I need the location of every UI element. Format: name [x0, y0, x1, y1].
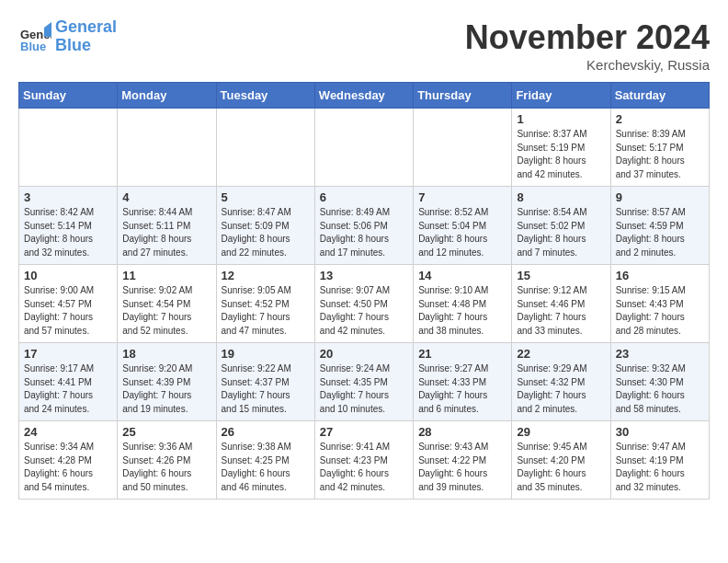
calendar-cell [118, 109, 216, 187]
day-info: Sunrise: 8:52 AM Sunset: 5:04 PM Dayligh… [418, 206, 506, 259]
day-number: 15 [517, 269, 605, 282]
day-info: Sunrise: 9:17 AM Sunset: 4:41 PM Dayligh… [24, 362, 112, 416]
day-number: 24 [24, 425, 112, 439]
day-number: 19 [222, 347, 310, 361]
day-info: Sunrise: 8:47 AM Sunset: 5:09 PM Dayligh… [222, 206, 310, 259]
calendar-cell: 9Sunrise: 8:57 AM Sunset: 4:59 PM Daylig… [610, 187, 709, 265]
day-info: Sunrise: 9:05 AM Sunset: 4:52 PM Dayligh… [222, 284, 310, 338]
day-number: 29 [517, 425, 605, 439]
day-info: Sunrise: 9:34 AM Sunset: 4:28 PM Dayligh… [24, 441, 112, 494]
calendar-cell: 13Sunrise: 9:07 AM Sunset: 4:50 PM Dayli… [314, 265, 413, 343]
day-info: Sunrise: 8:42 AM Sunset: 5:14 PM Dayligh… [24, 206, 112, 259]
calendar-cell: 28Sunrise: 9:43 AM Sunset: 4:22 PM Dayli… [414, 421, 512, 500]
day-info: Sunrise: 9:12 AM Sunset: 4:46 PM Dayligh… [517, 284, 605, 338]
calendar-cell: 29Sunrise: 9:45 AM Sunset: 4:20 PM Dayli… [512, 421, 610, 500]
day-number: 12 [222, 269, 310, 282]
month-title: November 2024 [465, 18, 710, 57]
calendar-cell: 7Sunrise: 8:52 AM Sunset: 5:04 PM Daylig… [414, 187, 512, 265]
calendar-cell [414, 109, 512, 187]
day-info: Sunrise: 9:43 AM Sunset: 4:22 PM Dayligh… [418, 441, 506, 494]
calendar-cell: 20Sunrise: 9:24 AM Sunset: 4:35 PM Dayli… [314, 343, 413, 421]
day-info: Sunrise: 9:45 AM Sunset: 4:20 PM Dayligh… [517, 441, 605, 494]
calendar-week-5: 24Sunrise: 9:34 AM Sunset: 4:28 PM Dayli… [19, 421, 710, 500]
weekday-header-tuesday: Tuesday [216, 83, 314, 109]
calendar-cell: 6Sunrise: 8:49 AM Sunset: 5:06 PM Daylig… [314, 187, 413, 265]
weekday-header-sunday: Sunday [19, 83, 118, 109]
calendar-cell: 15Sunrise: 9:12 AM Sunset: 4:46 PM Dayli… [512, 265, 610, 343]
calendar-cell: 14Sunrise: 9:10 AM Sunset: 4:48 PM Dayli… [414, 265, 512, 343]
calendar-cell [314, 109, 413, 187]
day-number: 5 [222, 190, 310, 204]
calendar-cell: 2Sunrise: 8:39 AM Sunset: 5:17 PM Daylig… [610, 109, 709, 187]
day-info: Sunrise: 9:47 AM Sunset: 4:19 PM Dayligh… [616, 441, 704, 494]
logo: General Blue General Blue [18, 18, 117, 55]
day-info: Sunrise: 9:27 AM Sunset: 4:33 PM Dayligh… [418, 362, 506, 416]
day-number: 26 [222, 425, 310, 439]
calendar-cell: 30Sunrise: 9:47 AM Sunset: 4:19 PM Dayli… [610, 421, 709, 500]
calendar-cell: 4Sunrise: 8:44 AM Sunset: 5:11 PM Daylig… [118, 187, 216, 265]
day-number: 11 [122, 269, 210, 282]
day-info: Sunrise: 9:38 AM Sunset: 4:25 PM Dayligh… [222, 441, 310, 494]
calendar-cell: 18Sunrise: 9:20 AM Sunset: 4:39 PM Dayli… [118, 343, 216, 421]
calendar-cell: 26Sunrise: 9:38 AM Sunset: 4:25 PM Dayli… [216, 421, 314, 500]
day-number: 20 [320, 347, 408, 361]
day-number: 18 [122, 347, 210, 361]
day-number: 3 [24, 190, 112, 204]
day-info: Sunrise: 9:02 AM Sunset: 4:54 PM Dayligh… [122, 284, 210, 338]
svg-text:Blue: Blue [20, 40, 46, 53]
logo-text-line1: General [55, 18, 117, 37]
day-info: Sunrise: 9:36 AM Sunset: 4:26 PM Dayligh… [122, 441, 210, 494]
calendar-cell: 27Sunrise: 9:41 AM Sunset: 4:23 PM Dayli… [314, 421, 413, 500]
calendar-cell [19, 109, 118, 187]
day-info: Sunrise: 9:29 AM Sunset: 4:32 PM Dayligh… [517, 362, 605, 416]
day-number: 6 [320, 190, 408, 204]
day-info: Sunrise: 8:54 AM Sunset: 5:02 PM Dayligh… [517, 206, 605, 259]
calendar-cell: 11Sunrise: 9:02 AM Sunset: 4:54 PM Dayli… [118, 265, 216, 343]
calendar-cell: 25Sunrise: 9:36 AM Sunset: 4:26 PM Dayli… [118, 421, 216, 500]
weekday-header-monday: Monday [118, 83, 216, 109]
weekday-header-thursday: Thursday [414, 83, 512, 109]
logo-text-line2: Blue [55, 37, 117, 55]
calendar-week-1: 1Sunrise: 8:37 AM Sunset: 5:19 PM Daylig… [19, 109, 710, 187]
day-info: Sunrise: 9:00 AM Sunset: 4:57 PM Dayligh… [24, 284, 112, 338]
day-number: 30 [616, 425, 704, 439]
day-number: 16 [616, 269, 704, 282]
day-number: 28 [418, 425, 506, 439]
title-block: November 2024 Kerchevskiy, Russia [465, 18, 710, 73]
day-number: 25 [122, 425, 210, 439]
calendar-cell: 23Sunrise: 9:32 AM Sunset: 4:30 PM Dayli… [610, 343, 709, 421]
day-number: 27 [320, 425, 408, 439]
calendar-cell: 10Sunrise: 9:00 AM Sunset: 4:57 PM Dayli… [19, 265, 118, 343]
day-number: 22 [517, 347, 605, 361]
calendar-cell: 12Sunrise: 9:05 AM Sunset: 4:52 PM Dayli… [216, 265, 314, 343]
day-info: Sunrise: 8:49 AM Sunset: 5:06 PM Dayligh… [320, 206, 408, 259]
day-number: 21 [418, 347, 506, 361]
day-number: 17 [24, 347, 112, 361]
day-number: 23 [616, 347, 704, 361]
calendar-cell: 1Sunrise: 8:37 AM Sunset: 5:19 PM Daylig… [512, 109, 610, 187]
weekday-header-wednesday: Wednesday [314, 83, 413, 109]
day-info: Sunrise: 9:15 AM Sunset: 4:43 PM Dayligh… [616, 284, 704, 338]
logo-icon: General Blue [18, 20, 51, 53]
day-info: Sunrise: 8:37 AM Sunset: 5:19 PM Dayligh… [517, 128, 605, 181]
svg-marker-2 [44, 22, 51, 37]
day-info: Sunrise: 8:39 AM Sunset: 5:17 PM Dayligh… [616, 128, 704, 181]
calendar-table: SundayMondayTuesdayWednesdayThursdayFrid… [18, 82, 710, 500]
day-number: 4 [122, 190, 210, 204]
day-info: Sunrise: 8:57 AM Sunset: 4:59 PM Dayligh… [616, 206, 704, 259]
weekday-header-saturday: Saturday [610, 83, 709, 109]
day-number: 1 [517, 112, 605, 126]
day-number: 10 [24, 269, 112, 282]
calendar-cell: 24Sunrise: 9:34 AM Sunset: 4:28 PM Dayli… [19, 421, 118, 500]
day-info: Sunrise: 9:10 AM Sunset: 4:48 PM Dayligh… [418, 284, 506, 338]
day-number: 8 [517, 190, 605, 204]
calendar-cell: 16Sunrise: 9:15 AM Sunset: 4:43 PM Dayli… [610, 265, 709, 343]
calendar-cell: 5Sunrise: 8:47 AM Sunset: 5:09 PM Daylig… [216, 187, 314, 265]
day-info: Sunrise: 9:20 AM Sunset: 4:39 PM Dayligh… [122, 362, 210, 416]
day-number: 14 [418, 269, 506, 282]
calendar-cell: 21Sunrise: 9:27 AM Sunset: 4:33 PM Dayli… [414, 343, 512, 421]
calendar-cell: 22Sunrise: 9:29 AM Sunset: 4:32 PM Dayli… [512, 343, 610, 421]
calendar-cell: 19Sunrise: 9:22 AM Sunset: 4:37 PM Dayli… [216, 343, 314, 421]
calendar-cell [216, 109, 314, 187]
calendar-cell: 8Sunrise: 8:54 AM Sunset: 5:02 PM Daylig… [512, 187, 610, 265]
